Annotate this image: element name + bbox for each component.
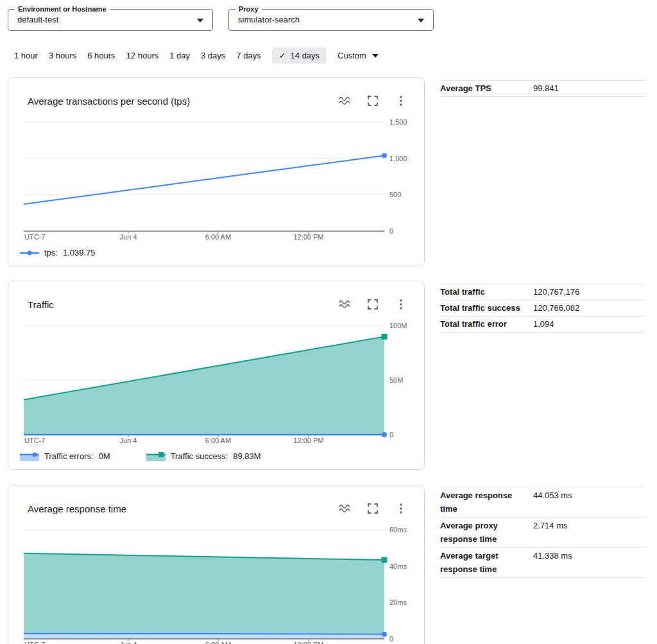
legend-value: 1,039.75 xyxy=(63,248,96,257)
stat-row: Total traffic120,767,176 xyxy=(440,284,645,300)
svg-text:12:00 PM: 12:00 PM xyxy=(293,233,323,241)
stat-row: Average target response time41.338 ms xyxy=(440,547,645,577)
stats-table-tps: Average TPS99.841 xyxy=(440,80,645,97)
card-actions xyxy=(338,94,407,107)
time-range-label: 1 day xyxy=(169,51,190,60)
legend-swatch-icon xyxy=(20,452,39,461)
traffic-chart-canvas: UTC-7Jun 46:00 AM12:00 PM050M100M xyxy=(8,322,424,446)
svg-text:Jun 4: Jun 4 xyxy=(120,437,137,444)
card-header: Traffic xyxy=(8,281,424,322)
fullscreen-icon[interactable] xyxy=(366,502,379,515)
time-range-label: 6 hours xyxy=(87,51,115,60)
legend-swatch-icon xyxy=(20,248,39,257)
stat-label: Total traffic error xyxy=(440,319,533,329)
card-actions xyxy=(338,502,407,515)
svg-text:6:00 AM: 6:00 AM xyxy=(205,641,231,644)
chart-style-icon[interactable] xyxy=(338,502,351,515)
more-vert-icon[interactable] xyxy=(395,94,407,107)
svg-text:6:00 AM: 6:00 AM xyxy=(205,437,231,444)
card-average-tps: Average transactions per second (tps) UT… xyxy=(8,77,425,266)
time-range-label: 7 days xyxy=(236,51,260,60)
stat-label: Total traffic success xyxy=(440,303,533,313)
legend-value: 89.83M xyxy=(233,451,260,461)
svg-text:UTC-7: UTC-7 xyxy=(24,437,45,444)
time-range-1-day[interactable]: 1 day xyxy=(169,48,190,64)
svg-text:0: 0 xyxy=(389,431,393,439)
stat-row: Average response time44.053 ms xyxy=(440,487,645,517)
tps-chart-canvas: UTC-7Jun 46:00 AM12:00 PM05001,0001,500 xyxy=(8,119,424,242)
more-vert-icon[interactable] xyxy=(395,298,407,311)
svg-text:50M: 50M xyxy=(389,376,403,384)
time-range-14-days[interactable]: ✓14 days xyxy=(272,48,327,64)
time-range-1-hour[interactable]: 1 hour xyxy=(14,48,38,64)
stat-row: Average proxy response time2.714 ms xyxy=(440,517,645,547)
svg-text:12:00 PM: 12:00 PM xyxy=(293,437,323,444)
time-range-label: Custom xyxy=(337,51,366,60)
stat-value: 41.338 ms xyxy=(533,549,645,576)
stat-label: Total traffic xyxy=(440,287,533,297)
stat-label: Average TPS xyxy=(440,83,533,94)
svg-text:40ms: 40ms xyxy=(389,562,407,570)
fullscreen-icon[interactable] xyxy=(366,94,379,107)
svg-text:500: 500 xyxy=(389,191,401,198)
environment-select[interactable]: Environment or Hostname default-test xyxy=(8,9,213,31)
proxy-select[interactable]: Proxy simulator-search xyxy=(228,9,434,31)
svg-text:20ms: 20ms xyxy=(389,598,407,606)
time-range-7-days[interactable]: 7 days xyxy=(236,48,260,64)
response-time-chart-canvas: UTC-7Jun 46:00 AM12:00 PM020ms40ms60ms xyxy=(8,527,424,644)
svg-text:Jun 4: Jun 4 xyxy=(120,641,137,644)
svg-text:UTC-7: UTC-7 xyxy=(24,641,45,644)
time-range-12-hours[interactable]: 12 hours xyxy=(126,48,159,64)
time-range-custom[interactable]: Custom xyxy=(337,48,379,64)
card-actions xyxy=(338,298,407,311)
time-range-6-hours[interactable]: 6 hours xyxy=(87,48,115,64)
fullscreen-icon[interactable] xyxy=(366,298,379,311)
chart-style-icon[interactable] xyxy=(338,298,351,311)
chart-legend: tps:1,039.75 xyxy=(20,248,424,257)
stat-row: Average TPS99.841 xyxy=(440,80,645,96)
legend-label: Traffic success: xyxy=(171,451,228,461)
more-vert-icon[interactable] xyxy=(395,502,407,515)
time-range-label: 1 hour xyxy=(14,51,38,60)
svg-text:12:00 PM: 12:00 PM xyxy=(293,641,323,644)
stat-value: 99.841 xyxy=(533,83,645,94)
legend-swatch-icon xyxy=(146,452,166,461)
time-range-3-days[interactable]: 3 days xyxy=(201,48,225,64)
check-icon: ✓ xyxy=(279,51,286,60)
time-range-label: 14 days xyxy=(291,51,320,60)
stat-row: Total traffic success120,766,082 xyxy=(440,300,645,316)
environment-select-value: default-test xyxy=(17,10,58,30)
legend-traffic-errors[interactable]: Traffic errors:0M xyxy=(20,451,110,461)
svg-text:Jun 4: Jun 4 xyxy=(120,233,137,241)
svg-text:1,000: 1,000 xyxy=(389,155,407,162)
time-range-selector: 1 hour3 hours6 hours12 hours1 day3 days7… xyxy=(14,48,379,64)
stat-label: Average proxy response time xyxy=(440,519,533,546)
stats-table-traffic: Total traffic120,767,176Total traffic su… xyxy=(440,284,645,333)
legend-traffic-success[interactable]: Traffic success:89.83M xyxy=(146,451,261,461)
svg-text:UTC-7: UTC-7 xyxy=(24,233,45,241)
stat-value: 44.053 ms xyxy=(533,489,645,516)
chart-title: Average response time xyxy=(28,503,338,514)
legend-tps[interactable]: tps:1,039.75 xyxy=(20,248,96,257)
dropdown-arrow-icon xyxy=(197,19,203,22)
time-range-3-hours[interactable]: 3 hours xyxy=(49,48,76,64)
stat-row: Total traffic error1,094 xyxy=(440,316,645,332)
apigee-proxy-performance-dashboard: Environment or Hostname default-test Pro… xyxy=(0,0,657,644)
card-traffic: Traffic UTC-7Jun 46:00 AM12:00 PM050M100… xyxy=(8,281,425,470)
stat-value: 1,094 xyxy=(533,319,645,329)
svg-text:0: 0 xyxy=(389,635,393,643)
legend-label: tps: xyxy=(44,248,58,257)
proxy-select-value: simulator-search xyxy=(238,10,300,30)
stats-table-response-time: Average response time44.053 msAverage pr… xyxy=(440,487,645,578)
legend-value: 0M xyxy=(99,451,110,461)
svg-text:0: 0 xyxy=(389,227,393,235)
card-header: Average transactions per second (tps) xyxy=(8,78,424,119)
chart-legend: Traffic errors:0MTraffic success:89.83M xyxy=(20,451,424,461)
card-average-response-time: Average response time UTC-7Jun 46:00 AM1… xyxy=(8,485,425,644)
dropdown-arrow-icon xyxy=(418,19,424,22)
time-range-label: 3 hours xyxy=(49,51,76,60)
legend-label: Traffic errors: xyxy=(44,451,94,461)
chart-style-icon[interactable] xyxy=(338,94,351,107)
stat-label: Average response time xyxy=(440,489,533,516)
card-header: Average response time xyxy=(8,485,424,527)
